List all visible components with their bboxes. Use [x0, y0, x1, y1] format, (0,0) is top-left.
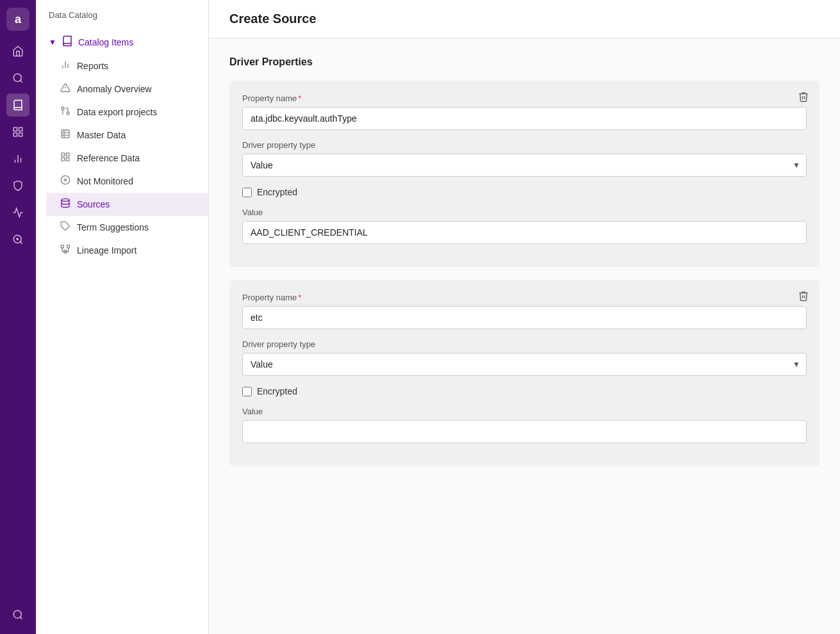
property-name-group-2: Property name*: [242, 293, 807, 329]
svg-rect-27: [62, 153, 65, 156]
catalog-icon[interactable]: [6, 93, 29, 117]
value-label-1: Value: [242, 207, 807, 217]
svg-rect-23: [62, 130, 69, 138]
sidebar-item-data-export[interactable]: Data export projects: [46, 101, 208, 124]
svg-rect-3: [19, 127, 22, 131]
property-card-2: Property name* Driver property type Valu…: [229, 280, 819, 466]
sidebar-item-master-data[interactable]: Master Data: [46, 124, 208, 147]
term-suggestions-icon: [59, 221, 72, 234]
sidebar-item-sources[interactable]: Sources: [46, 193, 208, 216]
page-title: Create Source: [229, 12, 819, 26]
search-icon[interactable]: [6, 67, 29, 90]
driver-property-type-label-2: Driver property type: [242, 339, 807, 349]
delete-card-1-button[interactable]: [798, 91, 809, 106]
svg-rect-2: [13, 127, 17, 131]
analytics-icon[interactable]: [6, 147, 29, 170]
encrypted-checkbox-1[interactable]: [242, 188, 252, 197]
svg-point-21: [62, 107, 64, 110]
value-group-1: Value: [242, 207, 807, 244]
driver-type-select-1[interactable]: Value Secret Reference: [242, 154, 807, 177]
book-icon: [62, 35, 73, 49]
reports-icon: [59, 60, 72, 72]
sidebar-item-reports[interactable]: Reports: [46, 54, 208, 77]
svg-point-13: [13, 610, 21, 618]
collapse-icon: ▼: [49, 38, 56, 47]
reference-data-icon: [59, 152, 72, 165]
svg-point-34: [62, 199, 69, 201]
sidebar-item-label: Anomaly Overview: [77, 84, 152, 94]
driver-type-select-2[interactable]: Value Secret Reference: [242, 353, 807, 376]
value-input-1[interactable]: [242, 221, 807, 244]
sidebar-item-lineage-import[interactable]: Lineage Import: [46, 239, 208, 262]
icon-bar: a: [0, 0, 36, 634]
property-name-input-1[interactable]: [242, 107, 807, 130]
sources-icon: [59, 198, 72, 211]
property-name-label-1: Property name*: [242, 93, 807, 103]
sidebar-item-label: Sources: [77, 199, 110, 209]
encrypted-label-2: Encrypted: [257, 386, 297, 396]
encrypted-label-1: Encrypted: [257, 187, 297, 197]
not-monitored-icon: [59, 175, 72, 188]
sidebar-item-anomaly-overview[interactable]: Anomaly Overview: [46, 77, 208, 101]
sidebar-section: ▼ Catalog Items Reports Anomaly Overview: [36, 25, 208, 267]
anomaly-icon: [59, 83, 72, 95]
shield-icon[interactable]: [6, 174, 29, 197]
driver-property-type-group-1: Driver property type Value Secret Refere…: [242, 140, 807, 177]
catalog-children: Reports Anomaly Overview Data export pro…: [36, 54, 208, 262]
svg-line-1: [20, 80, 22, 82]
svg-line-14: [20, 617, 22, 619]
app-logo[interactable]: a: [6, 8, 29, 31]
required-star-2: *: [298, 293, 301, 302]
property-name-input-2[interactable]: [242, 306, 807, 329]
lineage-icon: [59, 244, 72, 257]
encrypted-checkbox-2[interactable]: [242, 387, 252, 396]
sidebar-item-label: Not Monitored: [77, 176, 133, 186]
value-group-2: Value: [242, 407, 807, 443]
home-icon[interactable]: [6, 40, 29, 63]
grid-icon[interactable]: [6, 120, 29, 143]
driver-type-select-wrapper-2: Value Secret Reference ▼: [242, 353, 807, 376]
sidebar-item-label: Master Data: [77, 130, 126, 140]
catalog-items-label: Catalog Items: [78, 37, 133, 47]
encrypted-row-1: Encrypted: [242, 187, 807, 197]
svg-rect-5: [19, 133, 22, 136]
required-star-1: *: [298, 93, 301, 103]
svg-rect-30: [66, 158, 69, 161]
value-input-2[interactable]: [242, 420, 807, 443]
svg-rect-28: [66, 153, 69, 156]
svg-line-10: [20, 241, 22, 243]
export-icon: [59, 106, 72, 118]
driver-properties-title: Driver Properties: [229, 56, 819, 68]
main-header: Create Source: [209, 0, 840, 38]
sidebar-item-term-suggestions[interactable]: Term Suggestions: [46, 216, 208, 239]
delete-card-2-button[interactable]: [798, 290, 809, 305]
svg-rect-37: [67, 245, 70, 248]
property-name-label-2: Property name*: [242, 293, 807, 302]
sidebar-item-label: Reports: [77, 61, 108, 71]
svg-rect-29: [62, 158, 65, 161]
sidebar-item-label: Lineage Import: [77, 245, 136, 256]
driver-property-type-group-2: Driver property type Value Secret Refere…: [242, 339, 807, 376]
property-name-group-1: Property name*: [242, 93, 807, 130]
user-search-icon[interactable]: [6, 603, 29, 626]
sidebar-header: Data Catalog: [36, 0, 208, 25]
svg-point-0: [13, 74, 21, 81]
sidebar-item-reference-data[interactable]: Reference Data: [46, 147, 208, 170]
value-label-2: Value: [242, 407, 807, 416]
sidebar-item-label: Term Suggestions: [77, 222, 149, 232]
driver-property-type-label-1: Driver property type: [242, 140, 807, 150]
master-data-icon: [59, 129, 72, 142]
chart-icon[interactable]: [6, 201, 29, 224]
driver-type-select-wrapper-1: Value Secret Reference ▼: [242, 154, 807, 177]
svg-rect-36: [61, 245, 63, 248]
magnify-icon[interactable]: [6, 228, 29, 251]
sidebar: Data Catalog ▼ Catalog Items Reports: [36, 0, 209, 634]
property-card-1: Property name* Driver property type Valu…: [229, 81, 819, 267]
sidebar-item-not-monitored[interactable]: Not Monitored: [46, 170, 208, 193]
svg-rect-4: [13, 133, 17, 136]
catalog-items-parent[interactable]: ▼ Catalog Items: [36, 30, 208, 54]
sidebar-item-label: Reference Data: [77, 153, 140, 163]
main-content: Driver Properties Property name* Driver …: [209, 38, 840, 634]
main-area: Create Source Driver Properties Property…: [209, 0, 840, 634]
encrypted-row-2: Encrypted: [242, 386, 807, 396]
